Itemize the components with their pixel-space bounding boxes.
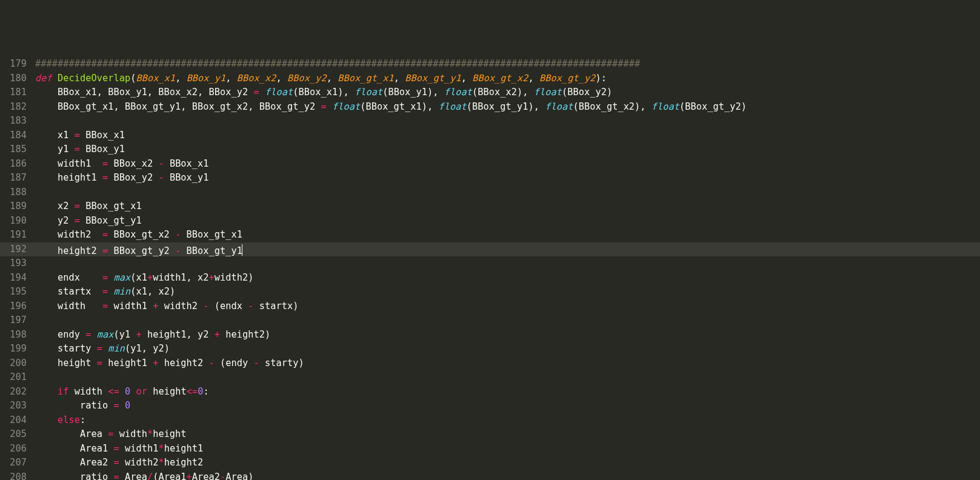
code-token: BBox_x1 [136, 73, 175, 84]
code-token: else [58, 415, 80, 425]
code-content[interactable]: startx = min(x1, x2) [35, 285, 980, 299]
code-token: + [187, 472, 192, 481]
code-content[interactable] [35, 114, 980, 128]
code-token: , [528, 73, 540, 84]
code-line[interactable]: 205 Area = width*height [0, 427, 980, 442]
code-token: = [75, 144, 80, 155]
code-token: = [102, 286, 108, 297]
code-token: * [158, 457, 164, 468]
line-number: 196 [0, 299, 35, 314]
code-token: width1, x2 [153, 272, 208, 283]
code-content[interactable] [35, 370, 980, 385]
code-content[interactable]: ratio = 0 [35, 399, 980, 413]
code-line[interactable]: 189 x2 = BBox_gt_x1 [0, 199, 980, 214]
code-line[interactable]: 187 height1 = BBox_y2 - BBox_y1 [0, 171, 980, 185]
code-content[interactable]: starty = min(y1, y2) [35, 342, 980, 356]
code-content[interactable] [35, 256, 980, 271]
code-editor[interactable]: 179#####################################… [0, 57, 980, 480]
code-line[interactable]: 201 [0, 370, 980, 385]
code-line[interactable]: 179#####################################… [0, 57, 980, 72]
code-content[interactable]: ratio = Area/(Area1+Area2-Area) [35, 470, 980, 481]
code-content[interactable]: endx = max(x1+width1, x2+width2) [35, 271, 980, 285]
code-line[interactable]: 202 if width <= 0 or height<=0: [0, 385, 980, 399]
code-content[interactable]: ########################################… [35, 57, 980, 72]
code-token: float [444, 87, 472, 98]
code-content[interactable]: height2 = BBox_gt_y2 - BBox_gt_y1 [35, 242, 980, 257]
code-token: <= [187, 386, 198, 397]
code-line[interactable]: 192 height2 = BBox_gt_y2 - BBox_gt_y1 [0, 242, 980, 257]
code-content[interactable]: BBox_x1, BBox_y1, BBox_x2, BBox_y2 = flo… [35, 85, 980, 100]
code-line[interactable]: 195 startx = min(x1, x2) [0, 285, 980, 299]
line-number: 187 [0, 171, 35, 185]
code-line[interactable]: 182 BBox_gt_x1, BBox_gt_y1, BBox_gt_x2, … [0, 100, 980, 115]
code-line[interactable]: 207 Area2 = width2*height2 [0, 456, 980, 470]
code-token [119, 386, 125, 397]
code-line[interactable]: 193 [0, 256, 980, 271]
code-token: = [102, 172, 108, 183]
code-token: height2) [220, 329, 270, 340]
code-line[interactable]: 183 [0, 114, 980, 128]
code-content[interactable]: width2 = BBox_gt_x2 - BBox_gt_x1 [35, 228, 980, 242]
code-content[interactable] [35, 313, 980, 328]
code-line[interactable]: 186 width1 = BBox_x2 - BBox_x1 [0, 157, 980, 172]
code-token: = [102, 245, 108, 256]
code-content[interactable] [35, 185, 980, 200]
code-content[interactable]: else: [35, 413, 980, 428]
code-line[interactable]: 188 [0, 185, 980, 200]
code-line[interactable]: 185 y1 = BBox_y1 [0, 142, 980, 157]
code-token: = [113, 472, 119, 481]
code-content[interactable]: Area2 = width2*height2 [35, 456, 980, 470]
code-content[interactable]: Area = width*height [35, 427, 980, 442]
code-line[interactable]: 203 ratio = 0 [0, 399, 980, 413]
code-line[interactable]: 208 ratio = Area/(Area1+Area2-Area) [0, 470, 980, 481]
code-content[interactable]: def DecideOverlap(BBox_x1, BBox_y1, BBox… [35, 72, 980, 86]
code-content[interactable]: width = width1 + width2 - (endx - startx… [35, 299, 980, 314]
code-token: : [203, 386, 208, 397]
code-line[interactable]: 198 endy = max(y1 + height1, y2 + height… [0, 328, 980, 342]
code-token: BBox_y2 [108, 172, 158, 183]
code-content[interactable]: y1 = BBox_y1 [35, 142, 980, 157]
code-token: (BBox_gt_x2), [573, 101, 651, 112]
code-line[interactable]: 196 width = width1 + width2 - (endx - st… [0, 299, 980, 314]
code-token: (y1, y2) [125, 343, 170, 354]
code-token [259, 87, 265, 98]
code-content[interactable]: BBox_gt_x1, BBox_gt_y1, BBox_gt_x2, BBox… [35, 100, 980, 115]
code-line[interactable]: 181 BBox_x1, BBox_y1, BBox_x2, BBox_y2 =… [0, 85, 980, 100]
line-number: 201 [0, 370, 35, 385]
code-token: height [147, 386, 187, 397]
code-content[interactable]: if width <= 0 or height<=0: [35, 385, 980, 399]
code-token: startx [35, 286, 102, 297]
code-content[interactable]: height = height1 + height2 - (endy - sta… [35, 356, 980, 371]
code-token: y2 [35, 215, 75, 226]
code-content[interactable]: x2 = BBox_gt_x1 [35, 199, 980, 214]
code-token: , [394, 73, 405, 84]
code-token: ########################################… [35, 58, 640, 69]
code-token: max [97, 329, 114, 340]
code-line[interactable]: 199 starty = min(y1, y2) [0, 342, 980, 356]
code-token: height [35, 358, 97, 368]
code-line[interactable]: 197 [0, 313, 980, 328]
line-number: 186 [0, 157, 35, 172]
code-token: endy [35, 329, 85, 340]
code-content[interactable]: y2 = BBox_gt_y1 [35, 214, 980, 228]
code-token: (BBox_gt_y2) [679, 101, 747, 112]
code-line[interactable]: 200 height = height1 + height2 - (endy -… [0, 356, 980, 371]
code-content[interactable]: endy = max(y1 + height1, y2 + height2) [35, 328, 980, 342]
code-line[interactable]: 184 x1 = BBox_x1 [0, 128, 980, 143]
code-token: + [136, 329, 141, 340]
code-token [91, 329, 96, 340]
code-content[interactable]: x1 = BBox_x1 [35, 128, 980, 143]
code-content[interactable]: height1 = BBox_y2 - BBox_y1 [35, 171, 980, 185]
code-token: BBox_x2 [108, 158, 158, 169]
code-line[interactable]: 180def DecideOverlap(BBox_x1, BBox_y1, B… [0, 72, 980, 86]
code-line[interactable]: 206 Area1 = width1*height1 [0, 442, 980, 456]
code-content[interactable]: Area1 = width1*height1 [35, 442, 980, 456]
code-line[interactable]: 190 y2 = BBox_gt_y1 [0, 214, 980, 228]
code-token: = [97, 343, 102, 354]
code-token: width [68, 386, 108, 397]
code-line[interactable]: 204 else: [0, 413, 980, 428]
code-line[interactable]: 194 endx = max(x1+width1, x2+width2) [0, 271, 980, 285]
code-line[interactable]: 191 width2 = BBox_gt_x2 - BBox_gt_x1 [0, 228, 980, 242]
code-token: height1 [35, 172, 102, 183]
code-content[interactable]: width1 = BBox_x2 - BBox_x1 [35, 157, 980, 172]
